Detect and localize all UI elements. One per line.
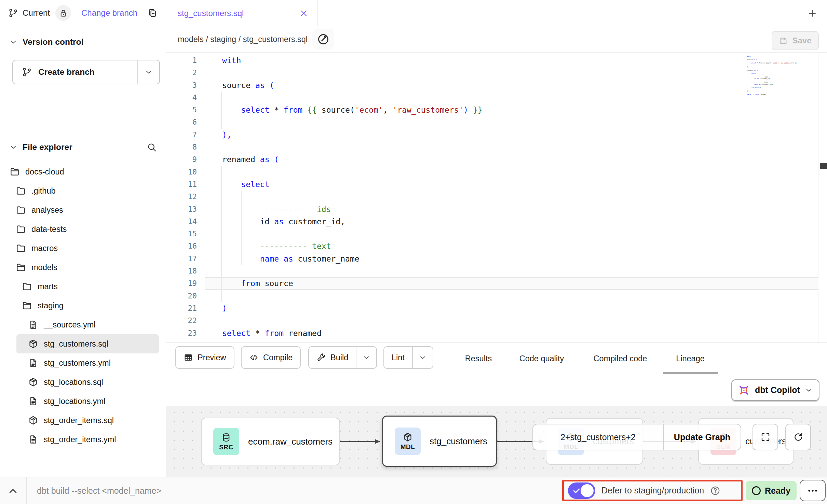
- folder-icon: [16, 205, 26, 215]
- search-icon[interactable]: [147, 142, 157, 152]
- cube-icon: [403, 432, 413, 442]
- more-options-button[interactable]: [800, 480, 826, 501]
- tree-item-stg_locations.sql[interactable]: stg_locations.sql: [0, 373, 166, 392]
- lineage-selector-input[interactable]: 2+stg_customers+2: [533, 424, 663, 450]
- code-line-21[interactable]: ): [205, 302, 818, 314]
- editor-scrollbar-thumb[interactable]: [820, 163, 827, 169]
- change-branch-link[interactable]: Change branch: [81, 8, 137, 18]
- tree-item-label: __sources.yml: [44, 320, 96, 330]
- tab-stg-customers-sql[interactable]: stg_customers.sql: [166, 0, 318, 26]
- code-line-7[interactable]: ),: [205, 129, 818, 141]
- minimap-line-23: select * from renamed: [745, 94, 817, 95]
- refresh-button[interactable]: [785, 424, 811, 450]
- lint-main[interactable]: Lint: [384, 347, 412, 368]
- copy-icon[interactable]: [147, 8, 158, 18]
- lineage-node-ecom.raw_customers[interactable]: SRCecom.raw_customers: [201, 418, 340, 465]
- folder-icon: [16, 186, 26, 196]
- code-editor[interactable]: 1234567891011121314151617181920212223 wi…: [166, 53, 827, 342]
- tree-item-stg_order_items.sql[interactable]: stg_order_items.sql: [0, 411, 166, 430]
- new-tab-button[interactable]: [797, 0, 827, 26]
- version-control-header[interactable]: Version control: [0, 33, 166, 51]
- code-line-10[interactable]: [205, 166, 818, 178]
- tab-code-quality[interactable]: Code quality: [519, 343, 564, 375]
- tree-item-docs-cloud[interactable]: docs-cloud: [0, 162, 166, 181]
- code-line-9[interactable]: renamed as (: [205, 153, 818, 166]
- update-graph-button[interactable]: Update Graph: [663, 424, 741, 450]
- tree-item-label: staging: [38, 301, 64, 310]
- code-line-20[interactable]: [205, 290, 818, 302]
- tree-item-data-tests[interactable]: data-tests: [0, 220, 166, 239]
- tree-item-analyses[interactable]: analyses: [0, 200, 166, 220]
- compile-button[interactable]: Compile: [241, 346, 301, 369]
- tree-item-stg_locations.yml[interactable]: stg_locations.yml: [0, 392, 166, 411]
- node-badge-src: SRC: [213, 428, 239, 455]
- editor-toolbar: Preview Compile Build Lint ResultsCode q…: [166, 342, 827, 374]
- tree-item-.github[interactable]: .github: [0, 181, 166, 200]
- floppy-icon: [779, 36, 788, 45]
- tab-results[interactable]: Results: [465, 343, 492, 375]
- lineage-canvas[interactable]: SRCecom.raw_customersMDLstg_customersMDL…: [166, 406, 827, 477]
- code-line-8[interactable]: [205, 141, 818, 153]
- code-line-15[interactable]: [205, 228, 818, 240]
- lint-button: Lint: [383, 346, 433, 369]
- copilot-chip-button[interactable]: [312, 29, 334, 50]
- ellipsis-icon: [807, 485, 818, 496]
- build-dropdown[interactable]: [356, 347, 376, 368]
- tree-item-label: .github: [31, 186, 56, 196]
- code-line-4[interactable]: [205, 92, 818, 104]
- tree-item-marts[interactable]: marts: [0, 277, 166, 296]
- tree-item-macros[interactable]: macros: [0, 239, 166, 258]
- fullscreen-button[interactable]: [753, 424, 778, 450]
- code-line-18[interactable]: [205, 265, 818, 277]
- folder-icon: [16, 243, 26, 253]
- model-file-icon: [28, 415, 38, 425]
- tree-item-models[interactable]: models: [0, 258, 166, 277]
- code-line-16[interactable]: ---------- text: [205, 240, 818, 252]
- tab-lineage[interactable]: Lineage: [676, 343, 705, 375]
- close-icon[interactable]: [299, 9, 309, 18]
- lint-dropdown[interactable]: [412, 347, 433, 368]
- code-line-14[interactable]: id as customer_id,: [205, 215, 818, 228]
- tree-item-staging[interactable]: staging: [0, 296, 166, 315]
- code-line-2[interactable]: [205, 67, 818, 79]
- code-line-12[interactable]: [205, 191, 818, 203]
- code-line-1[interactable]: with: [205, 54, 818, 67]
- code-line-5[interactable]: select * from {{ source('ecom', 'raw_cus…: [205, 104, 818, 116]
- lineage-node-stg_customers[interactable]: MDLstg_customers: [382, 416, 497, 467]
- help-icon[interactable]: [710, 486, 720, 496]
- code-line-17[interactable]: name as customer_name: [205, 253, 818, 265]
- code-line-22[interactable]: [205, 314, 818, 327]
- chevron-down-icon: [805, 386, 813, 394]
- build-main[interactable]: Build: [309, 347, 356, 368]
- preview-button[interactable]: Preview: [175, 346, 234, 369]
- tree-item-label: stg_order_items.yml: [44, 435, 116, 444]
- command-input[interactable]: dbt build --select <model_name>: [37, 477, 161, 504]
- refresh-icon: [793, 432, 804, 443]
- code-line-13[interactable]: ---------- ids: [205, 203, 818, 215]
- dbt-copilot-button[interactable]: dbt Copilot: [731, 379, 819, 401]
- preview-label: Preview: [198, 353, 226, 362]
- tab-compiled-code[interactable]: Compiled code: [594, 343, 647, 375]
- create-branch-label: Create branch: [38, 67, 95, 77]
- save-button[interactable]: Save: [772, 31, 819, 50]
- indent-guide-1: [221, 166, 222, 302]
- tree-item-__sources.yml[interactable]: __sources.yml: [0, 315, 166, 334]
- create-branch-main[interactable]: Create branch: [13, 60, 137, 84]
- code-line-23[interactable]: select * from renamed: [205, 327, 818, 339]
- code-line-3[interactable]: source as (: [205, 79, 818, 92]
- editor-minimap[interactable]: withsource as ( select * from {{ source(…: [745, 55, 817, 95]
- tree-item-stg_customers.sql[interactable]: stg_customers.sql: [16, 334, 159, 353]
- file-explorer-header[interactable]: File explorer: [0, 138, 166, 156]
- tree-item-stg_order_items.yml[interactable]: stg_order_items.yml: [0, 430, 166, 449]
- code-line-19[interactable]: from source: [205, 277, 818, 290]
- code-line-6[interactable]: [205, 116, 818, 128]
- tree-item-stg_customers.yml[interactable]: stg_customers.yml: [0, 353, 166, 373]
- editor-code[interactable]: withsource as ( select * from {{ source(…: [205, 53, 818, 339]
- collapse-panel-chevron-up-icon[interactable]: [7, 485, 19, 497]
- plus-icon: [807, 8, 817, 18]
- create-branch-dropdown[interactable]: [137, 60, 159, 84]
- code-line-11[interactable]: select: [205, 178, 818, 191]
- indent-guide-0: [221, 92, 222, 129]
- version-control-section: Version control Create branch: [0, 26, 166, 84]
- defer-toggle[interactable]: [568, 482, 595, 499]
